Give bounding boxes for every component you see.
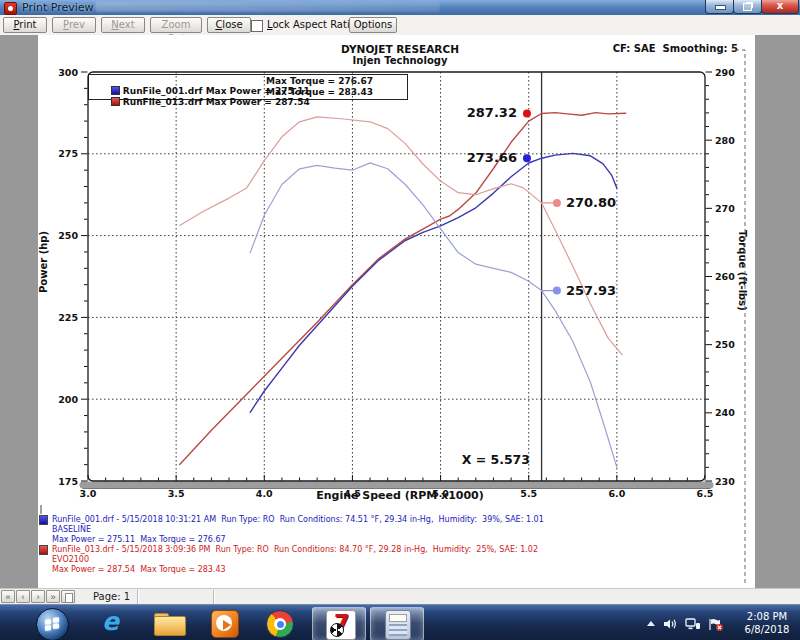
action-center-flag-icon[interactable] <box>708 618 724 631</box>
prev-page-button[interactable]: ‹ <box>16 590 30 603</box>
legend-swatch-red <box>111 97 120 106</box>
taskbar-dynojet-winpep-active[interactable]: 7 <box>312 607 366 640</box>
run1-name: BASELINE <box>52 525 91 534</box>
windows-flag-icon <box>45 617 60 632</box>
last-page-button[interactable]: » <box>46 590 60 603</box>
right-axis-title: Torque (ft-lbs) <box>737 230 748 350</box>
chrome-icon <box>266 610 294 638</box>
dynojet-app-icon <box>4 2 17 15</box>
run1-conditions: RunFile_001.drf - 5/15/2018 10:31:21 AM … <box>52 515 544 524</box>
statusbar-divider <box>213 590 214 604</box>
chart-header-company: DYNOJET RESEARCH <box>290 43 510 55</box>
taskbar: e 7 2:08 PM 6/8/2018 <box>0 604 800 640</box>
network-icon[interactable] <box>685 618 701 630</box>
background-window-caption <box>95 2 440 12</box>
goto-page-button[interactable] <box>61 590 75 603</box>
marker-value-label: 257.93 <box>566 283 616 298</box>
close-window-button[interactable]: x <box>761 0 799 14</box>
internet-explorer-icon: e <box>102 607 119 636</box>
restore-icon <box>743 3 752 11</box>
taskbar-chrome[interactable] <box>253 607 305 639</box>
media-player-icon <box>211 610 239 638</box>
dynojet-icon: 7 <box>326 610 356 640</box>
annotation-swatch-red <box>39 545 48 555</box>
status-bar: « ‹ › » Page: 1 <box>0 588 800 605</box>
clock-date: 6/8/2018 <box>738 623 796 636</box>
run1-max-values: Max Power = 275.11 Max Torque = 276.67 <box>52 535 226 544</box>
chart-legend: RunFile_001.drf Max Power = 275.11 Max T… <box>88 74 408 100</box>
clock-time: 2:08 PM <box>738 610 796 623</box>
correction-smoothing-note: CF: SAE Smoothing: 5 <box>590 43 738 54</box>
statusbar-divider <box>137 590 138 604</box>
window-title: Print Preview <box>22 1 94 14</box>
taskbar-media-player[interactable] <box>198 607 250 639</box>
prev-button[interactable]: Prev <box>52 17 96 33</box>
legend-row-evo2100: RunFile_013.drf Max Power = 287.54 Max T… <box>91 87 310 98</box>
lock-aspect-ratio-checkbox[interactable] <box>251 20 263 32</box>
preview-page <box>38 35 755 588</box>
show-hidden-icons-button[interactable] <box>647 621 655 626</box>
annotation-swatch-blue <box>39 515 48 525</box>
options-button[interactable]: Options <box>349 17 397 33</box>
run2-name: EVO2100 <box>52 555 89 564</box>
cursor-x-readout: X = 5.573 <box>448 452 530 467</box>
zoom-out-button[interactable]: Zoom Out <box>150 17 202 33</box>
left-axis-title: Power (hp) <box>38 173 49 293</box>
lock-aspect-ratio-label: Lock Aspect Ratio <box>267 19 356 30</box>
marker-value-label: 287.32 <box>449 105 517 120</box>
x-axis-title: Engine Speed (RPM x1000) <box>250 489 550 502</box>
toolbar: Print Prev Next Zoom Out Close Lock Aspe… <box>0 15 800 36</box>
chart-header-shop: Injen Technology <box>290 55 510 66</box>
title-bar: Print Preview x <box>0 0 800 16</box>
page-icon <box>65 593 73 603</box>
close-preview-button[interactable]: Close <box>207 17 251 33</box>
first-page-button[interactable]: « <box>1 590 15 603</box>
print-button[interactable]: Print <box>3 17 47 33</box>
print-preview-window: Print Preview x Print Prev Next Zoom Out… <box>0 0 800 640</box>
taskbar-calculator-active[interactable] <box>370 607 424 640</box>
taskbar-internet-explorer[interactable]: e <box>88 607 140 639</box>
calculator-icon <box>385 610 411 640</box>
run2-conditions: RunFile_013.drf - 5/15/2018 3:09:36 PM R… <box>52 545 538 554</box>
minimize-icon <box>715 5 726 10</box>
legend-row-baseline: RunFile_001.drf Max Power = 275.11 Max T… <box>91 76 310 87</box>
taskbar-windows-explorer[interactable] <box>143 607 195 639</box>
next-button[interactable]: Next <box>101 17 145 33</box>
page-number-label: Page: 1 <box>93 591 130 602</box>
next-page-button[interactable]: › <box>31 590 45 603</box>
run2-max-values: Max Power = 287.54 Max Torque = 283.43 <box>52 565 226 574</box>
marker-value-label: 270.80 <box>566 195 616 210</box>
volume-icon[interactable] <box>663 618 678 630</box>
taskbar-clock[interactable]: 2:08 PM 6/8/2018 <box>738 610 796 636</box>
start-button[interactable] <box>36 608 69 640</box>
marker-value-label: 273.66 <box>449 150 517 165</box>
minimize-button[interactable] <box>705 0 734 14</box>
restore-button[interactable] <box>733 0 762 14</box>
